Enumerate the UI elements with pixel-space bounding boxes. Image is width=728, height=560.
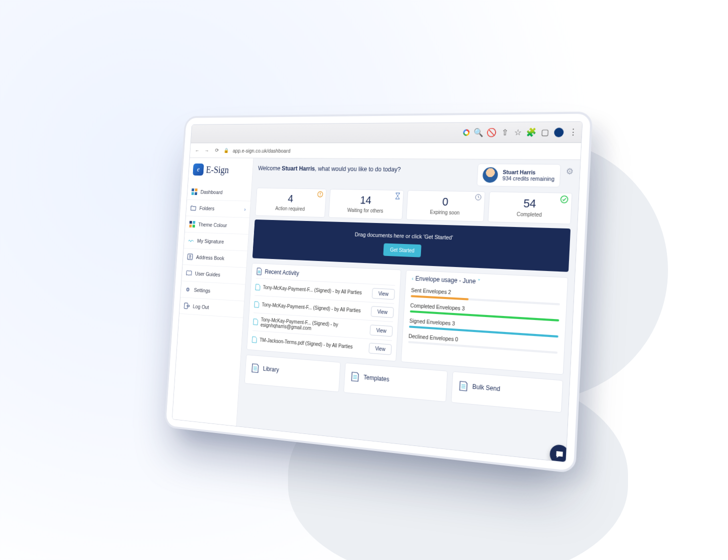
activity-text: Tony-McKay-Payment-F... (Signed) - by Al… xyxy=(262,302,360,314)
stats-row: 4Action required14Waiting for others0Exp… xyxy=(255,188,572,224)
sidebar-item-my-signature[interactable]: My Signature xyxy=(184,232,248,252)
document-icon xyxy=(254,300,260,308)
brand-name: E-Sign xyxy=(206,164,229,176)
forward-button[interactable]: → xyxy=(204,148,210,153)
svg-rect-13 xyxy=(320,195,320,196)
usage-label: Declined Envelopes 0 xyxy=(408,333,558,350)
signature-icon xyxy=(188,237,194,244)
sidebar-item-label: User Guides xyxy=(195,270,220,278)
logout-icon xyxy=(184,302,190,310)
google-icon[interactable] xyxy=(463,130,470,136)
stat-label: Action required xyxy=(258,206,322,212)
svg-rect-7 xyxy=(192,224,195,228)
activity-text: Tony-McKay-Payment-F... (Signed) - by Al… xyxy=(263,284,362,296)
recent-activity-title: Recent Activity xyxy=(264,268,299,277)
theme-colour-icon xyxy=(189,221,195,228)
document-stack-icon xyxy=(350,370,360,382)
view-button[interactable]: View xyxy=(371,306,394,318)
chevron-right-icon: › xyxy=(244,206,246,212)
dashboard-icon xyxy=(192,188,198,195)
bottom-card[interactable]: Templates xyxy=(344,362,448,402)
lock-icon: 🔒 xyxy=(224,148,229,153)
usage-bar-fill xyxy=(410,295,468,300)
dropzone-text: Drag documents here or click 'Get Starte… xyxy=(258,228,564,244)
usage-row: Sent Envelopes 2 xyxy=(410,287,560,306)
url-text[interactable]: app.e-sign.co.uk/dashboard xyxy=(232,148,290,154)
tabs-icon[interactable]: ▢ xyxy=(540,128,550,136)
stat-value: 0 xyxy=(410,194,482,209)
svg-point-15 xyxy=(560,196,568,203)
svg-point-9 xyxy=(190,255,191,256)
incognito-off-icon[interactable]: 🚫 xyxy=(488,128,496,137)
svg-rect-4 xyxy=(190,221,192,224)
upload-dropzone[interactable]: Drag documents here or click 'Get Starte… xyxy=(252,220,570,272)
sidebar-item-label: Address Book xyxy=(196,254,224,262)
kebab-menu-icon[interactable]: ⋮ xyxy=(568,128,578,136)
stat-value: 4 xyxy=(259,192,324,206)
clock-icon xyxy=(475,194,482,201)
browser-url-bar: ← → ⟳ 🔒 app.e-sign.co.uk/dashboard xyxy=(190,143,582,160)
sidebar-item-dashboard[interactable]: Dashboard xyxy=(187,184,252,202)
usage-row: Signed Envelopes 3 xyxy=(409,318,559,338)
browser-chrome-top: 🔍 🚫 ⇧ ☆ 🧩 ▢ ⋮ xyxy=(191,122,582,143)
sidebar-item-theme-colour[interactable]: Theme Colour xyxy=(185,216,250,234)
gear-icon: ⚙ xyxy=(185,286,191,293)
bottom-card[interactable]: Library xyxy=(244,354,341,392)
sidebar-item-label: Dashboard xyxy=(200,189,223,195)
stat-card[interactable]: 0Expiring soon xyxy=(406,190,486,222)
envelope-usage-panel: ‹ Envelope usage - June ˅ Sent Envelopes… xyxy=(401,270,568,375)
alert-icon xyxy=(317,191,323,198)
svg-rect-12 xyxy=(320,192,320,194)
address-book-icon xyxy=(187,254,193,260)
sidebar-item-label: Settings xyxy=(194,287,210,294)
view-button[interactable]: View xyxy=(372,288,395,300)
settings-gear-icon[interactable]: ⚙ xyxy=(566,164,574,176)
sidebar-item-log-out[interactable]: Log Out xyxy=(180,298,244,318)
zoom-icon[interactable]: 🔍 xyxy=(474,128,483,136)
view-button[interactable]: View xyxy=(370,324,393,336)
reload-button[interactable]: ⟳ xyxy=(214,148,220,154)
stat-card[interactable]: 14Waiting for others xyxy=(328,189,404,220)
stat-card[interactable]: 54Completed xyxy=(488,192,572,224)
usage-row: Completed Envelopes 3 xyxy=(410,302,560,322)
sidebar-item-folders[interactable]: Folders › xyxy=(186,200,250,218)
profile-name: Stuart Harris xyxy=(502,169,554,176)
back-button[interactable]: ← xyxy=(194,148,200,153)
svg-point-14 xyxy=(476,194,482,200)
bottom-card-label: Bulk Send xyxy=(472,383,500,393)
envelope-usage-title[interactable]: ‹ Envelope usage - June ˅ xyxy=(412,275,561,290)
usage-label: Completed Envelopes 3 xyxy=(410,302,560,317)
sidebar-item-label: Log Out xyxy=(192,304,209,310)
get-started-button[interactable]: Get Started xyxy=(383,244,422,258)
document-icon xyxy=(255,284,260,290)
document-icon xyxy=(253,318,258,326)
usage-bar-fill xyxy=(409,326,558,338)
svg-rect-6 xyxy=(189,224,192,228)
tablet-frame: 🔍 🚫 ⇧ ☆ 🧩 ▢ ⋮ ← → ⟳ 🔒 app.e-sign.co.uk/d… xyxy=(164,112,593,474)
share-icon[interactable]: ⇧ xyxy=(500,128,509,137)
book-icon xyxy=(186,270,192,276)
stat-value: 54 xyxy=(492,196,568,211)
extensions-icon[interactable]: 🧩 xyxy=(527,128,536,136)
brand: e E-Sign xyxy=(188,158,253,185)
svg-rect-5 xyxy=(192,221,195,224)
usage-row: Declined Envelopes 0 xyxy=(408,333,558,354)
activity-text: TM-Jackson-Terms.pdf (Signed) - by All P… xyxy=(260,337,353,350)
usage-bar-fill xyxy=(410,310,560,322)
sidebar-item-label: Theme Colour xyxy=(198,222,227,228)
usage-bar-track xyxy=(410,310,560,322)
svg-rect-3 xyxy=(194,192,197,195)
profile-chip-icon[interactable] xyxy=(554,128,564,137)
view-button[interactable]: View xyxy=(369,342,392,355)
chevron-left-icon: ‹ xyxy=(412,276,414,282)
bookmark-star-icon[interactable]: ☆ xyxy=(514,128,522,136)
document-icon xyxy=(256,268,262,276)
stat-card[interactable]: 4Action required xyxy=(255,188,326,218)
chat-fab[interactable] xyxy=(550,444,570,462)
bottom-card[interactable]: Bulk Send xyxy=(451,372,564,413)
usage-bar-track xyxy=(410,295,560,306)
stat-label: Waiting for others xyxy=(332,207,400,214)
profile-card[interactable]: Stuart Harris 934 credits remaining xyxy=(476,164,561,188)
usage-bar-track xyxy=(409,326,558,338)
svg-rect-1 xyxy=(195,188,198,192)
